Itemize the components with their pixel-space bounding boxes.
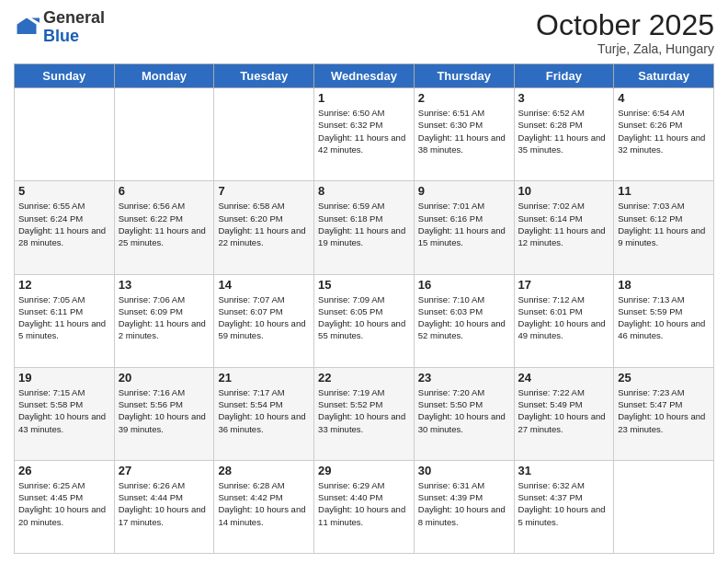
- col-tuesday: Tuesday: [214, 64, 314, 88]
- table-row: 6Sunrise: 6:56 AM Sunset: 6:22 PM Daylig…: [114, 181, 214, 274]
- day-info: Sunrise: 7:13 AM Sunset: 5:59 PM Dayligh…: [618, 293, 710, 342]
- table-row: 13Sunrise: 7:06 AM Sunset: 6:09 PM Dayli…: [114, 274, 214, 367]
- day-number: 27: [119, 464, 210, 477]
- day-number: 5: [18, 184, 110, 198]
- day-info: Sunrise: 7:19 AM Sunset: 5:52 PM Dayligh…: [318, 386, 410, 435]
- table-row: 30Sunrise: 6:31 AM Sunset: 4:39 PM Dayli…: [414, 460, 514, 553]
- day-number: 30: [418, 464, 510, 477]
- day-number: 6: [119, 184, 210, 198]
- day-number: 31: [518, 464, 610, 477]
- day-info: Sunrise: 6:28 AM Sunset: 4:42 PM Dayligh…: [218, 479, 310, 528]
- day-info: Sunrise: 7:10 AM Sunset: 6:03 PM Dayligh…: [418, 293, 510, 342]
- table-row: 5Sunrise: 6:55 AM Sunset: 6:24 PM Daylig…: [15, 181, 115, 274]
- day-number: 2: [418, 91, 510, 105]
- month-title: October 2025: [536, 9, 714, 41]
- col-saturday: Saturday: [614, 64, 714, 88]
- table-row: 11Sunrise: 7:03 AM Sunset: 6:12 PM Dayli…: [614, 181, 714, 274]
- day-info: Sunrise: 7:05 AM Sunset: 6:11 PM Dayligh…: [18, 293, 110, 342]
- day-info: Sunrise: 6:59 AM Sunset: 6:18 PM Dayligh…: [318, 200, 410, 248]
- table-row: 31Sunrise: 6:32 AM Sunset: 4:37 PM Dayli…: [514, 460, 614, 553]
- col-wednesday: Wednesday: [314, 64, 415, 88]
- table-row: 7Sunrise: 6:58 AM Sunset: 6:20 PM Daylig…: [214, 181, 314, 274]
- table-row: 21Sunrise: 7:17 AM Sunset: 5:54 PM Dayli…: [214, 367, 314, 460]
- day-info: Sunrise: 6:26 AM Sunset: 4:44 PM Dayligh…: [119, 479, 210, 528]
- day-info: Sunrise: 7:02 AM Sunset: 6:14 PM Dayligh…: [518, 200, 610, 248]
- day-info: Sunrise: 6:50 AM Sunset: 6:32 PM Dayligh…: [318, 107, 410, 155]
- table-row: 17Sunrise: 7:12 AM Sunset: 6:01 PM Dayli…: [514, 274, 614, 367]
- table-row: [114, 88, 214, 181]
- table-row: 10Sunrise: 7:02 AM Sunset: 6:14 PM Dayli…: [514, 181, 614, 274]
- table-row: 28Sunrise: 6:28 AM Sunset: 4:42 PM Dayli…: [214, 460, 314, 553]
- day-number: 20: [119, 371, 210, 385]
- day-info: Sunrise: 7:16 AM Sunset: 5:56 PM Dayligh…: [119, 386, 210, 435]
- table-row: 12Sunrise: 7:05 AM Sunset: 6:11 PM Dayli…: [15, 274, 115, 367]
- day-info: Sunrise: 6:52 AM Sunset: 6:28 PM Dayligh…: [518, 107, 610, 155]
- day-info: Sunrise: 7:06 AM Sunset: 6:09 PM Dayligh…: [119, 293, 210, 342]
- day-number: 17: [518, 278, 610, 292]
- header: General Blue October 2025 Turje, Zala, H…: [14, 9, 714, 56]
- day-number: 14: [218, 278, 310, 292]
- table-row: 9Sunrise: 7:01 AM Sunset: 6:16 PM Daylig…: [414, 181, 514, 274]
- col-monday: Monday: [114, 64, 214, 88]
- day-number: 18: [618, 278, 710, 292]
- day-number: 26: [18, 464, 110, 477]
- table-row: 26Sunrise: 6:25 AM Sunset: 4:45 PM Dayli…: [15, 460, 115, 553]
- title-block: October 2025 Turje, Zala, Hungary: [536, 9, 714, 56]
- calendar-header-row: Sunday Monday Tuesday Wednesday Thursday…: [15, 64, 714, 88]
- day-number: 28: [218, 464, 310, 477]
- logo-icon: [14, 15, 40, 40]
- calendar-table: Sunday Monday Tuesday Wednesday Thursday…: [14, 63, 714, 554]
- day-info: Sunrise: 6:25 AM Sunset: 4:45 PM Dayligh…: [18, 479, 110, 528]
- day-info: Sunrise: 7:15 AM Sunset: 5:58 PM Dayligh…: [18, 386, 110, 435]
- day-number: 16: [418, 278, 510, 292]
- day-number: 13: [119, 278, 210, 292]
- day-info: Sunrise: 7:01 AM Sunset: 6:16 PM Dayligh…: [418, 200, 510, 248]
- table-row: 25Sunrise: 7:23 AM Sunset: 5:47 PM Dayli…: [614, 367, 714, 460]
- table-row: [15, 88, 115, 181]
- day-info: Sunrise: 6:51 AM Sunset: 6:30 PM Dayligh…: [418, 107, 510, 155]
- day-info: Sunrise: 6:58 AM Sunset: 6:20 PM Dayligh…: [218, 200, 310, 248]
- table-row: 19Sunrise: 7:15 AM Sunset: 5:58 PM Dayli…: [15, 367, 115, 460]
- logo-general: General: [43, 8, 105, 27]
- calendar-week-row: 5Sunrise: 6:55 AM Sunset: 6:24 PM Daylig…: [15, 181, 714, 274]
- day-info: Sunrise: 6:32 AM Sunset: 4:37 PM Dayligh…: [518, 479, 610, 528]
- table-row: 20Sunrise: 7:16 AM Sunset: 5:56 PM Dayli…: [114, 367, 214, 460]
- day-number: 8: [318, 184, 410, 198]
- table-row: 16Sunrise: 7:10 AM Sunset: 6:03 PM Dayli…: [414, 274, 514, 367]
- table-row: 2Sunrise: 6:51 AM Sunset: 6:30 PM Daylig…: [414, 88, 514, 181]
- day-number: 21: [218, 371, 310, 385]
- day-info: Sunrise: 7:23 AM Sunset: 5:47 PM Dayligh…: [618, 386, 710, 435]
- day-number: 9: [418, 184, 510, 198]
- calendar-week-row: 12Sunrise: 7:05 AM Sunset: 6:11 PM Dayli…: [15, 274, 714, 367]
- table-row: 18Sunrise: 7:13 AM Sunset: 5:59 PM Dayli…: [614, 274, 714, 367]
- table-row: 3Sunrise: 6:52 AM Sunset: 6:28 PM Daylig…: [514, 88, 614, 181]
- location-subtitle: Turje, Zala, Hungary: [536, 41, 714, 56]
- day-number: 11: [618, 184, 710, 198]
- logo: General Blue: [14, 9, 105, 46]
- table-row: [614, 460, 714, 553]
- table-row: 4Sunrise: 6:54 AM Sunset: 6:26 PM Daylig…: [614, 88, 714, 181]
- day-info: Sunrise: 7:12 AM Sunset: 6:01 PM Dayligh…: [518, 293, 610, 342]
- table-row: 24Sunrise: 7:22 AM Sunset: 5:49 PM Dayli…: [514, 367, 614, 460]
- day-number: 25: [618, 371, 710, 385]
- day-info: Sunrise: 7:07 AM Sunset: 6:07 PM Dayligh…: [218, 293, 310, 342]
- calendar-week-row: 19Sunrise: 7:15 AM Sunset: 5:58 PM Dayli…: [15, 367, 714, 460]
- day-number: 15: [318, 278, 410, 292]
- day-info: Sunrise: 6:55 AM Sunset: 6:24 PM Dayligh…: [18, 200, 110, 248]
- table-row: 29Sunrise: 6:29 AM Sunset: 4:40 PM Dayli…: [314, 460, 415, 553]
- day-number: 1: [318, 91, 410, 105]
- calendar-week-row: 26Sunrise: 6:25 AM Sunset: 4:45 PM Dayli…: [15, 460, 714, 553]
- day-number: 29: [318, 464, 410, 477]
- day-info: Sunrise: 6:31 AM Sunset: 4:39 PM Dayligh…: [418, 479, 510, 528]
- day-info: Sunrise: 7:22 AM Sunset: 5:49 PM Dayligh…: [518, 386, 610, 435]
- table-row: 23Sunrise: 7:20 AM Sunset: 5:50 PM Dayli…: [414, 367, 514, 460]
- day-info: Sunrise: 6:29 AM Sunset: 4:40 PM Dayligh…: [318, 479, 410, 528]
- table-row: 27Sunrise: 6:26 AM Sunset: 4:44 PM Dayli…: [114, 460, 214, 553]
- table-row: 1Sunrise: 6:50 AM Sunset: 6:32 PM Daylig…: [314, 88, 415, 181]
- day-info: Sunrise: 6:56 AM Sunset: 6:22 PM Dayligh…: [119, 200, 210, 248]
- col-thursday: Thursday: [414, 64, 514, 88]
- day-info: Sunrise: 7:09 AM Sunset: 6:05 PM Dayligh…: [318, 293, 410, 342]
- day-number: 22: [318, 371, 410, 385]
- calendar-week-row: 1Sunrise: 6:50 AM Sunset: 6:32 PM Daylig…: [15, 88, 714, 181]
- table-row: [214, 88, 314, 181]
